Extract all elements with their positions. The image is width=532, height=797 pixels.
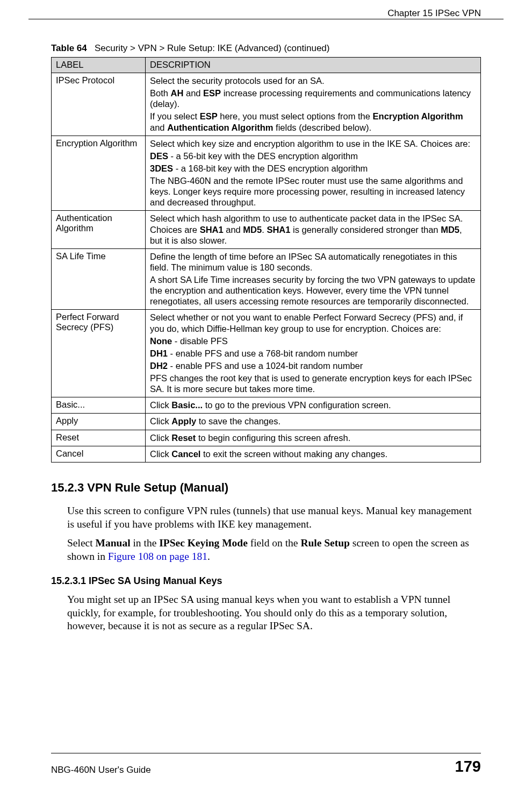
desc-paragraph: DH2 - enable PFS and use a 1024-bit rand…: [150, 360, 476, 371]
row-desc: Select whether or not you want to enable…: [146, 310, 481, 397]
table-row: Perfect Forward Secrecy (PFS) Select whe…: [52, 310, 481, 397]
row-desc: Click Cancel to exit the screen without …: [146, 446, 481, 462]
body-paragraph: Select Manual in the IPSec Keying Mode f…: [67, 537, 481, 564]
table-row: Apply Click Apply to save the changes.: [52, 414, 481, 430]
desc-paragraph: Both AH and ESP increase processing requ…: [150, 88, 476, 109]
row-label: Cancel: [52, 446, 146, 462]
table-row: Authentication Algorithm Select which ha…: [52, 211, 481, 248]
desc-paragraph: Click Apply to save the changes.: [150, 416, 476, 426]
col-header-label: LABEL: [52, 58, 146, 73]
page-footer: NBG-460N User's Guide 179: [51, 753, 481, 775]
row-desc: Click Reset to begin configuring this sc…: [146, 430, 481, 446]
desc-paragraph: Select whether or not you want to enable…: [150, 312, 476, 333]
desc-paragraph: Define the length of time before an IPSe…: [150, 251, 476, 273]
body-paragraph: You might set up an IPSec SA using manua…: [67, 593, 481, 634]
row-desc: Select the security protocols used for a…: [146, 73, 481, 136]
table-row: IPSec Protocol Select the security proto…: [52, 73, 481, 136]
desc-paragraph: If you select ESP here, you must select …: [150, 111, 476, 132]
row-label: Apply: [52, 414, 146, 430]
row-desc: Click Basic... to go to the previous VPN…: [146, 397, 481, 414]
table-caption-text: Security > VPN > Rule Setup: IKE (Advanc…: [95, 43, 330, 53]
desc-paragraph: 3DES - a 168-bit key with the DES encryp…: [150, 163, 476, 174]
table-caption: Table 64 Security > VPN > Rule Setup: IK…: [51, 43, 481, 54]
row-label: Encryption Algorithm: [52, 136, 146, 211]
body-paragraph: Use this screen to configure VPN rules (…: [67, 504, 481, 531]
table-number: Table 64: [51, 43, 87, 53]
subsection-heading: 15.2.3.1 IPSec SA Using Manual Keys: [51, 575, 481, 587]
desc-paragraph: Select the security protocols used for a…: [150, 75, 476, 86]
desc-paragraph: Select which hash algorithm to use to au…: [150, 213, 476, 245]
row-label: Basic...: [52, 397, 146, 414]
description-table: LABEL DESCRIPTION IPSec Protocol Select …: [51, 57, 481, 462]
desc-paragraph: DES - a 56-bit key with the DES encrypti…: [150, 151, 476, 161]
desc-paragraph: PFS changes the root key that is used to…: [150, 373, 476, 394]
page-header-chapter: Chapter 15 IPSec VPN: [387, 8, 481, 19]
desc-paragraph: Click Cancel to exit the screen without …: [150, 449, 476, 459]
desc-paragraph: None - disable PFS: [150, 336, 476, 346]
figure-link[interactable]: Figure 108 on page 181: [108, 551, 207, 562]
row-label: IPSec Protocol: [52, 73, 146, 136]
table-row: Basic... Click Basic... to go to the pre…: [52, 397, 481, 414]
table-row: SA Life Time Define the length of time b…: [52, 248, 481, 310]
desc-paragraph: Click Basic... to go to the previous VPN…: [150, 400, 476, 410]
row-desc: Select which key size and encryption alg…: [146, 136, 481, 211]
table-row: Cancel Click Cancel to exit the screen w…: [52, 446, 481, 462]
desc-paragraph: Select which key size and encryption alg…: [150, 138, 476, 149]
row-label: Reset: [52, 430, 146, 446]
desc-paragraph: Click Reset to begin configuring this sc…: [150, 432, 476, 443]
desc-paragraph: The NBG-460N and the remote IPSec router…: [150, 175, 476, 208]
table-header-row: LABEL DESCRIPTION: [52, 58, 481, 73]
footer-guide-name: NBG-460N User's Guide: [51, 765, 151, 775]
row-desc: Define the length of time before an IPSe…: [146, 248, 481, 310]
section-heading: 15.2.3 VPN Rule Setup (Manual): [51, 481, 481, 495]
table-row: Reset Click Reset to begin configuring t…: [52, 430, 481, 446]
row-label: Authentication Algorithm: [52, 211, 146, 248]
footer-page-number: 179: [455, 758, 481, 775]
col-header-description: DESCRIPTION: [146, 58, 481, 73]
row-label: Perfect Forward Secrecy (PFS): [52, 310, 146, 397]
row-desc: Click Apply to save the changes.: [146, 414, 481, 430]
desc-paragraph: A short SA Life Time increases security …: [150, 274, 476, 307]
row-label: SA Life Time: [52, 248, 146, 310]
table-row: Encryption Algorithm Select which key si…: [52, 136, 481, 211]
row-desc: Select which hash algorithm to use to au…: [146, 211, 481, 248]
desc-paragraph: DH1 - enable PFS and use a 768-bit rando…: [150, 348, 476, 359]
